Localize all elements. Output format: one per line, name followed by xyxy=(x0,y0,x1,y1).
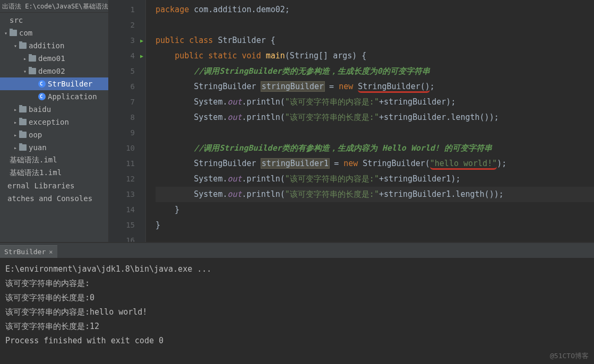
line-number[interactable]: 10 xyxy=(109,141,145,156)
tree-label: addition xyxy=(29,41,64,50)
tree-row-com[interactable]: ▾com xyxy=(0,27,108,39)
code-line[interactable]: System.out.println("该可变字符串的内容是:"+stringB… xyxy=(156,171,594,187)
tree-row-addition[interactable]: ▾addition xyxy=(0,39,108,52)
tree-label: 基础语法1.iml xyxy=(10,168,62,178)
tree-row-ernal Libraries[interactable]: ernal Libraries xyxy=(0,179,108,192)
chevron-icon[interactable]: ▸ xyxy=(13,132,18,138)
tree-label: ernal Libraries xyxy=(7,181,74,190)
code-line[interactable] xyxy=(156,233,594,242)
console-line: 该可变字符串的内容是:hello world! xyxy=(5,305,589,319)
tree-label: com xyxy=(19,29,32,37)
tree-row-基础语法.iml[interactable]: 基础语法.iml xyxy=(0,154,108,167)
folder-icon xyxy=(19,42,27,49)
chevron-icon[interactable]: ▾ xyxy=(22,68,28,74)
line-number[interactable]: 6 xyxy=(109,79,145,94)
code-area[interactable]: package com.addition.demo02;public class… xyxy=(146,0,594,242)
tree-label: StrBuilder xyxy=(48,80,92,88)
tree-label: exception xyxy=(29,118,69,126)
line-number[interactable]: 2 xyxy=(109,18,145,33)
tree-body: src▾com▾addition▸demo01▾demo02StrBuilder… xyxy=(0,13,108,205)
project-tree-panel: 出语法 E:\code\JavaSE\基础语法 src▾com▾addition… xyxy=(0,0,109,242)
tree-row-StrBuilder[interactable]: StrBuilder xyxy=(0,77,108,90)
code-line[interactable]: System.out.println("该可变字符串的内容是:"+stringB… xyxy=(156,94,594,110)
class-icon xyxy=(38,93,46,100)
tree-row-atches and Consoles[interactable]: atches and Consoles xyxy=(0,192,108,205)
line-number[interactable]: 4 xyxy=(109,48,145,64)
folder-icon xyxy=(19,119,27,125)
console-line: 该可变字符串的长度是:12 xyxy=(5,319,589,334)
tree-row-src[interactable]: src xyxy=(0,14,108,27)
line-number[interactable]: 5 xyxy=(109,64,145,79)
console-line: E:\environment\java\jdk1.8\bin\java.exe … xyxy=(5,262,589,276)
folder-icon xyxy=(19,106,27,112)
console-output[interactable]: E:\environment\java\jdk1.8\bin\java.exe … xyxy=(0,258,594,364)
tree-row-Application[interactable]: Application xyxy=(0,90,108,103)
console-line: 该可变字符串的内容是: xyxy=(5,276,589,291)
tree-label: demo02 xyxy=(38,67,65,75)
line-number[interactable]: 9 xyxy=(109,125,145,141)
code-line[interactable]: //调用StringBuilder类的无参构造，生成长度为0的可变字符串 xyxy=(156,64,594,79)
close-icon[interactable]: × xyxy=(49,246,53,258)
console-line: Process finished with exit code 0 xyxy=(5,334,589,348)
code-line[interactable]: public class StrBuilder { xyxy=(156,33,594,48)
chevron-icon[interactable]: ▾ xyxy=(3,30,8,36)
folder-icon xyxy=(10,30,17,36)
tree-row-基础语法1.iml[interactable]: 基础语法1.iml xyxy=(0,167,108,179)
code-line[interactable]: StringBuilder stringBuilder1 = new Strin… xyxy=(156,156,594,171)
line-number[interactable]: 12 xyxy=(109,171,145,187)
code-line[interactable]: } xyxy=(156,202,594,218)
tree-row-demo01[interactable]: ▸demo01 xyxy=(0,52,108,65)
tree-row-exception[interactable]: ▸exception xyxy=(0,116,108,128)
tree-label: src xyxy=(10,16,23,24)
code-line[interactable]: package com.addition.demo02; xyxy=(156,2,594,18)
tree-label: oop xyxy=(29,131,42,139)
main-split: 出语法 E:\code\JavaSE\基础语法 src▾com▾addition… xyxy=(0,0,594,242)
console-tab-bar: StrBuilder × xyxy=(0,243,594,258)
watermark: @51CTO博客 xyxy=(550,351,589,361)
line-number[interactable]: 8 xyxy=(109,110,145,125)
code-line[interactable]: } xyxy=(156,218,594,233)
line-number[interactable]: 3 xyxy=(109,33,145,48)
console-tab[interactable]: StrBuilder × xyxy=(0,245,57,258)
console-panel: StrBuilder × E:\environment\java\jdk1.8\… xyxy=(0,242,594,364)
class-icon xyxy=(38,80,46,88)
folder-icon xyxy=(29,68,36,74)
chevron-icon[interactable]: ▸ xyxy=(13,107,18,112)
tree-row-demo02[interactable]: ▾demo02 xyxy=(0,65,108,77)
editor-panel: 12345678910111213141516 package com.addi… xyxy=(109,0,594,242)
code-line[interactable] xyxy=(156,18,594,33)
tree-row-yuan[interactable]: ▸yuan xyxy=(0,141,108,154)
line-number[interactable]: 13 xyxy=(109,187,145,202)
line-number[interactable]: 7 xyxy=(109,94,145,110)
code-line[interactable]: System.out.println("该可变字符串的长度是:"+stringB… xyxy=(156,187,594,202)
code-line[interactable]: //调用StringBuilder类的有参构造，生成内容为 Hello Worl… xyxy=(156,141,594,156)
chevron-icon[interactable]: ▸ xyxy=(13,119,18,125)
line-number[interactable]: 11 xyxy=(109,156,145,171)
console-tab-label: StrBuilder xyxy=(4,246,46,258)
folder-icon xyxy=(19,144,27,151)
tree-label: baidu xyxy=(29,105,51,114)
tree-row-oop[interactable]: ▸oop xyxy=(0,128,108,141)
tree-label: demo01 xyxy=(38,54,65,63)
console-line: 该可变字符串的长度是:0 xyxy=(5,291,589,305)
chevron-icon[interactable]: ▾ xyxy=(13,43,18,49)
line-number[interactable]: 1 xyxy=(109,2,145,18)
code-line[interactable]: System.out.println("该可变字符串的长度是:"+stringB… xyxy=(156,110,594,125)
line-number[interactable]: 14 xyxy=(109,202,145,218)
line-number[interactable]: 16 xyxy=(109,233,145,242)
chevron-icon[interactable]: ▸ xyxy=(22,56,28,62)
folder-icon xyxy=(29,55,36,62)
tree-label: 基础语法.iml xyxy=(10,155,57,165)
folder-icon xyxy=(19,132,27,138)
tree-label: atches and Consoles xyxy=(7,194,92,203)
breadcrumb: 出语法 E:\code\JavaSE\基础语法 xyxy=(0,0,108,13)
chevron-icon[interactable]: ▸ xyxy=(13,145,18,151)
line-number[interactable]: 15 xyxy=(109,218,145,233)
tree-label: Application xyxy=(48,92,97,101)
gutter: 12345678910111213141516 xyxy=(109,0,146,242)
tree-row-baidu[interactable]: ▸baidu xyxy=(0,103,108,116)
code-line[interactable]: public static void main(String[] args) { xyxy=(156,48,594,64)
code-line[interactable]: StringBuilder stringBuilder = new String… xyxy=(156,79,594,94)
code-line[interactable] xyxy=(156,125,594,141)
tree-label: yuan xyxy=(29,143,47,152)
